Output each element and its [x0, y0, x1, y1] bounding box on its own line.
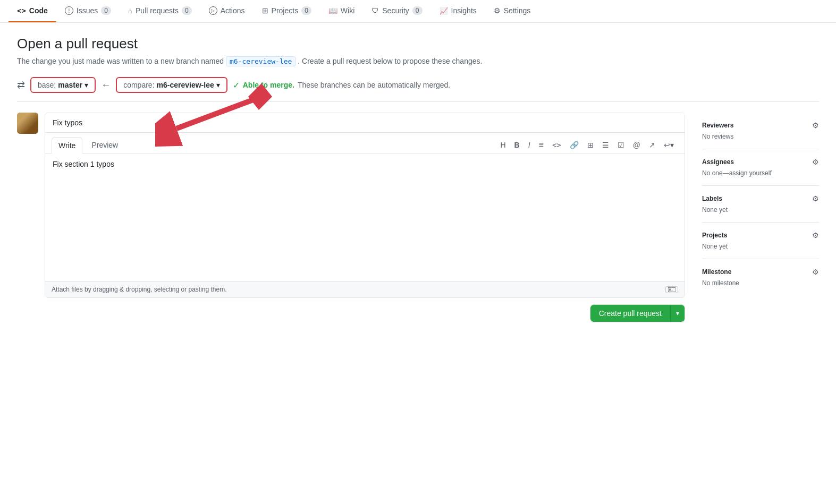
sidebar-labels: Labels ⚙ None yet: [702, 186, 819, 223]
settings-icon: ⚙: [494, 6, 501, 15]
security-icon: 🛡: [371, 6, 379, 15]
tab-insights-label: Insights: [451, 6, 477, 15]
pr-sidebar: Reviewers ⚙ No reviews Assignees ⚙ No on…: [702, 113, 819, 295]
tab-wiki[interactable]: 📖 Wiki: [320, 0, 363, 22]
tab-security[interactable]: 🛡 Security 0: [363, 0, 430, 22]
security-badge: 0: [412, 6, 423, 15]
issues-icon: !: [65, 6, 73, 15]
tab-preview[interactable]: Preview: [85, 137, 125, 153]
branch-row: ⇄ base: master ▾ ← compare: m6-cereview-…: [17, 77, 819, 102]
toolbar-task-list[interactable]: ☑: [615, 140, 627, 150]
sidebar-milestone-header: Milestone ⚙: [702, 268, 819, 276]
tab-write[interactable]: Write: [52, 137, 82, 153]
sidebar-assignees: Assignees ⚙ No one—assign yourself: [702, 149, 819, 186]
tab-settings[interactable]: ⚙ Settings: [485, 0, 539, 22]
sidebar-projects-header: Projects ⚙: [702, 231, 819, 240]
markdown-icon: M↓: [665, 286, 678, 293]
base-branch-selector[interactable]: base: master ▾: [30, 77, 96, 93]
tab-projects[interactable]: ⊞ Projects 0: [254, 0, 320, 22]
assignees-gear-icon[interactable]: ⚙: [812, 158, 819, 166]
create-pull-request-dropdown[interactable]: ▾: [671, 305, 685, 322]
tab-code[interactable]: <> Code: [9, 0, 56, 22]
projects-icon: ⊞: [262, 6, 268, 15]
tab-projects-label: Projects: [272, 6, 299, 15]
sidebar-projects: Projects ⚙ None yet: [702, 223, 819, 259]
toolbar-undo[interactable]: ↩▾: [662, 140, 676, 150]
merge-desc: These branches can be automatically merg…: [298, 81, 450, 89]
form-box: Write Preview H B I ≡ <> 🔗 ⊞ ☰ ☑: [45, 113, 685, 298]
editor-toolbar: H B I ≡ <> 🔗 ⊞ ☰ ☑ @ ↗ ↩▾: [498, 140, 678, 150]
tab-settings-label: Settings: [504, 6, 531, 15]
subtitle-pre: The change you just made was written to …: [17, 57, 224, 65]
assignees-value: No one—assign yourself: [702, 169, 819, 177]
toolbar-link[interactable]: 🔗: [568, 140, 581, 150]
tab-code-label: Code: [29, 6, 48, 15]
projects-badge: 0: [301, 6, 311, 15]
projects-gear-icon[interactable]: ⚙: [812, 231, 819, 240]
projects-value: None yet: [702, 243, 819, 250]
create-pull-request-button[interactable]: Create pull request: [590, 305, 671, 322]
sidebar-assignees-header: Assignees ⚙: [702, 158, 819, 166]
labels-value: None yet: [702, 206, 819, 213]
compare-branch-selector[interactable]: compare: m6-cereview-lee ▾: [116, 77, 227, 93]
assignees-title: Assignees: [702, 158, 734, 166]
avatar-row: Write Preview H B I ≡ <> 🔗 ⊞ ☰ ☑: [17, 113, 685, 298]
pr-title-input[interactable]: [45, 113, 685, 133]
tab-wiki-label: Wiki: [341, 6, 354, 15]
toolbar-mention[interactable]: @: [631, 140, 643, 150]
toolbar-ordered-list[interactable]: ☰: [600, 140, 611, 150]
insights-icon: 📈: [440, 7, 448, 15]
submit-row: Create pull request ▾: [17, 304, 685, 322]
sidebar-milestone: Milestone ⚙ No milestone: [702, 259, 819, 295]
sidebar-reviewers: Reviewers ⚙ No reviews: [702, 113, 819, 149]
reviewers-value: No reviews: [702, 133, 819, 140]
editor-tabs: Write Preview: [52, 137, 125, 153]
tab-issues[interactable]: ! Issues 0: [56, 0, 120, 22]
code-icon: <>: [17, 6, 26, 15]
body-text: Fix section 1 typos: [53, 160, 114, 168]
merge-able-text: Able to merge.: [243, 81, 294, 89]
toolbar-quote[interactable]: ≡: [537, 140, 546, 150]
subtitle-post: . Create a pull request below to propose…: [298, 57, 482, 65]
pr-form: Write Preview H B I ≡ <> 🔗 ⊞ ☰ ☑: [17, 113, 685, 322]
base-value: master: [58, 81, 82, 89]
tab-issues-label: Issues: [77, 6, 98, 15]
tab-pull-requests-label: Pull requests: [136, 6, 179, 15]
toolbar-bold[interactable]: B: [512, 140, 522, 150]
projects-title: Projects: [702, 232, 727, 239]
check-icon: ✓: [233, 80, 240, 90]
tab-security-label: Security: [382, 6, 409, 15]
toolbar-reference[interactable]: ↗: [647, 140, 657, 150]
base-dropdown-icon: ▾: [85, 81, 88, 89]
milestone-value: No milestone: [702, 279, 819, 287]
editor-footer: Attach files by dragging & dropping, sel…: [45, 281, 685, 297]
branch-badge: m6-cereview-lee: [226, 56, 295, 66]
pull-requests-icon: ⑃: [128, 7, 132, 15]
tab-pull-requests[interactable]: ⑃ Pull requests 0: [120, 0, 200, 22]
merge-status: ✓ Able to merge. These branches can be a…: [233, 80, 450, 90]
tab-insights[interactable]: 📈 Insights: [431, 0, 485, 22]
sidebar-labels-header: Labels ⚙: [702, 194, 819, 203]
compare-dropdown-icon: ▾: [216, 81, 220, 89]
milestone-gear-icon[interactable]: ⚙: [812, 268, 819, 276]
base-label: base:: [38, 81, 56, 89]
toolbar-code[interactable]: <>: [550, 140, 563, 150]
switch-branches-icon: ⇄: [17, 79, 25, 91]
reviewers-gear-icon[interactable]: ⚙: [812, 121, 819, 130]
toolbar-italic[interactable]: I: [526, 140, 533, 150]
labels-gear-icon[interactable]: ⚙: [812, 194, 819, 203]
subtitle: The change you just made was written to …: [17, 56, 819, 66]
toolbar-unordered-list[interactable]: ⊞: [585, 140, 596, 150]
avatar: [17, 113, 38, 134]
toolbar-heading[interactable]: H: [498, 140, 508, 150]
compare-value: m6-cereview-lee: [157, 81, 214, 89]
compare-label: compare:: [123, 81, 154, 89]
tab-actions[interactable]: ▷ Actions: [200, 0, 254, 22]
editor-body[interactable]: Fix section 1 typos: [45, 153, 685, 281]
wiki-icon: 📖: [328, 6, 337, 15]
pull-requests-badge: 0: [182, 6, 192, 15]
attach-text: Attach files by dragging & dropping, sel…: [52, 286, 227, 293]
sidebar-reviewers-header: Reviewers ⚙: [702, 121, 819, 130]
milestone-title: Milestone: [702, 268, 731, 276]
actions-icon: ▷: [209, 6, 217, 15]
